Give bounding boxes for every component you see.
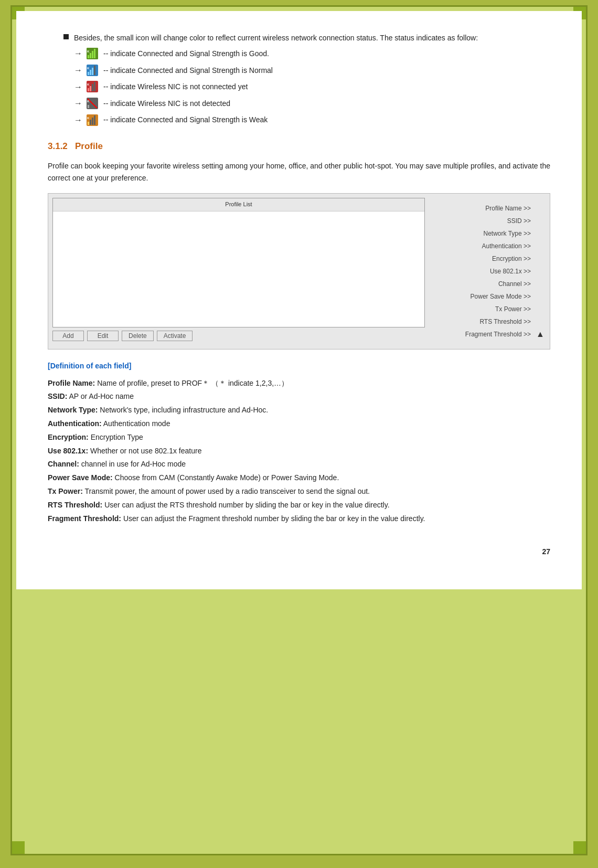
use-8021x-label: Use 802.1x >> <box>429 265 531 278</box>
section-body-text: Profile can book keeping your favorite w… <box>48 160 550 185</box>
icon-not-connected: K <box>87 81 98 92</box>
arrow-icon-5: → <box>74 113 82 127</box>
def-text-network-type: Network's type, including infrastructure… <box>100 406 268 414</box>
power-save-label: Power Save Mode >> <box>429 290 531 303</box>
def-text-fragment: User can adjust the Fragment threshold n… <box>123 514 425 523</box>
corner-decoration-br <box>573 841 586 854</box>
term-power-save: Power Save Mode: <box>48 473 113 482</box>
svg-rect-1 <box>88 55 89 58</box>
def-item-rts: RTS Threshold: User can adjust the RTS t… <box>48 499 550 512</box>
profile-name-label: Profile Name >> <box>429 202 531 215</box>
channel-label: Channel >> <box>429 278 531 290</box>
icon-normal-svg: K <box>87 65 98 76</box>
profile-list-content-area <box>53 211 424 327</box>
term-rts: RTS Threshold: <box>48 501 102 509</box>
ssid-label: SSID >> <box>429 215 531 227</box>
svg-rect-27 <box>90 120 91 125</box>
activate-button[interactable]: Activate <box>157 331 193 341</box>
def-item-auth: Authentication: Authentication mode <box>48 418 550 430</box>
icon-signal-normal: K <box>87 65 98 76</box>
svg-rect-26 <box>88 122 89 125</box>
arrow-icon-4: → <box>74 97 82 110</box>
page-content: Besides, the small icon will change colo… <box>48 32 550 558</box>
svg-rect-3 <box>92 51 93 58</box>
encryption-label: Encryption >> <box>429 252 531 265</box>
profile-right-items: Profile Name >> SSID >> Network Type >> … <box>429 202 531 341</box>
sub-bullet-item-1: → K -- indicate Connected and S <box>74 47 550 60</box>
svg-rect-14 <box>90 86 91 91</box>
svg-rect-20 <box>90 103 91 108</box>
term-tx-power: Tx Power: <box>48 487 83 495</box>
icon-good-svg: K <box>87 48 98 59</box>
def-text-ssid: AP or Ad-Hoc name <box>69 392 133 400</box>
icon-signal-good: K <box>87 48 98 59</box>
sub-bullet-item-5: → K -- indicate Connected and S <box>74 113 550 127</box>
svg-rect-2 <box>90 53 91 58</box>
sub-bullet-list: → K -- indicate Connected and S <box>74 47 550 126</box>
definition-section: [Definition of each field] Profile Name:… <box>48 360 550 525</box>
tx-power-label: Tx Power >> <box>429 303 531 315</box>
svg-text:K: K <box>87 100 90 103</box>
def-text-encryption: Encryption Type <box>91 433 143 441</box>
term-channel: Channel: <box>48 460 79 468</box>
arrow-icon-3: → <box>74 80 82 94</box>
delete-button[interactable]: Delete <box>122 331 154 341</box>
svg-rect-8 <box>90 70 91 75</box>
sub-bullet-text-4: -- indicate Wireless NIC is not detected <box>103 98 230 109</box>
term-ssid: SSID: <box>48 392 67 400</box>
section-heading: 3.1.2 Profile <box>48 139 550 153</box>
def-text-auth: Authentication mode <box>103 419 170 428</box>
svg-text:K: K <box>87 50 90 53</box>
def-item-encryption: Encryption: Encryption Type <box>48 431 550 444</box>
svg-text:K: K <box>87 67 90 70</box>
authentication-label: Authentication >> <box>429 240 531 252</box>
svg-rect-10 <box>94 66 95 75</box>
svg-rect-19 <box>88 105 89 108</box>
def-item-profile-name: Profile Name: Name of profile, preset to… <box>48 377 550 390</box>
def-text-channel: channel in use for Ad-Hoc mode <box>81 460 186 468</box>
sub-bullet-text-1: -- indicate Connected and Signal Strengt… <box>103 48 269 59</box>
def-text-power-save: Choose from CAM (Constantly Awake Mode) … <box>115 473 339 482</box>
svg-rect-7 <box>88 72 89 75</box>
icon-signal-weak: K <box>87 114 98 126</box>
term-fragment: Fragment Threshold: <box>48 514 121 523</box>
bullet-square-icon <box>63 34 69 39</box>
scroll-area: ▲ <box>535 198 546 345</box>
arrow-icon-2: → <box>74 63 82 77</box>
term-8021x: Use 802.1x: <box>48 447 88 455</box>
page-inner: Besides, the small icon will change colo… <box>16 11 582 589</box>
svg-text:K: K <box>87 117 90 120</box>
profile-list-box: Profile List Add Edit Delete Activate <box>48 193 550 350</box>
section-number: 3.1.2 <box>48 141 68 151</box>
page-outer: Besides, the small icon will change colo… <box>10 5 588 855</box>
term-auth: Authentication: <box>48 419 102 428</box>
def-item-8021x: Use 802.1x: Whether or not use 802.1x fe… <box>48 445 550 458</box>
svg-rect-29 <box>94 115 95 125</box>
add-button[interactable]: Add <box>52 331 84 341</box>
def-item-power-save: Power Save Mode: Choose from CAM (Consta… <box>48 472 550 484</box>
def-text-tx-power: Transmit power, the amount of power used… <box>85 487 370 495</box>
arrow-icon-1: → <box>74 47 82 60</box>
def-text-8021x: Whether or not use 802.1x feature <box>90 447 201 455</box>
icon-weak-svg: K <box>87 114 98 126</box>
network-type-label: Network Type >> <box>429 227 531 240</box>
def-item-tx-power: Tx Power: Transmit power, the amount of … <box>48 485 550 498</box>
sub-bullet-text-3: -- indicate Wireless NIC is not connecte… <box>103 81 248 92</box>
profile-right-panel: Profile Name >> SSID >> Network Type >> … <box>425 198 535 345</box>
sub-bullet-text-2: -- indicate Connected and Signal Strengt… <box>103 65 273 76</box>
svg-rect-4 <box>94 49 95 58</box>
profile-list-label: Profile List <box>53 198 424 211</box>
edit-button[interactable]: Edit <box>87 331 119 341</box>
bullet-section: Besides, the small icon will change colo… <box>48 32 550 126</box>
svg-rect-28 <box>92 118 93 125</box>
def-item-fragment: Fragment Threshold: User can adjust the … <box>48 513 550 525</box>
svg-rect-9 <box>92 68 93 75</box>
sub-bullet-item-4: → K -- indicat <box>74 97 550 110</box>
icon-not-connected-svg: K <box>87 81 98 92</box>
term-network-type: Network Type: <box>48 406 98 414</box>
profile-list-left-area: Profile List Add Edit Delete Activate <box>52 198 425 345</box>
def-item-ssid: SSID: AP or Ad-Hoc name <box>48 390 550 403</box>
def-text-profile-name: Name of profile, preset to PROF＊ （＊ indi… <box>97 379 289 387</box>
icon-not-detected: K <box>87 98 98 109</box>
svg-rect-13 <box>88 88 89 91</box>
